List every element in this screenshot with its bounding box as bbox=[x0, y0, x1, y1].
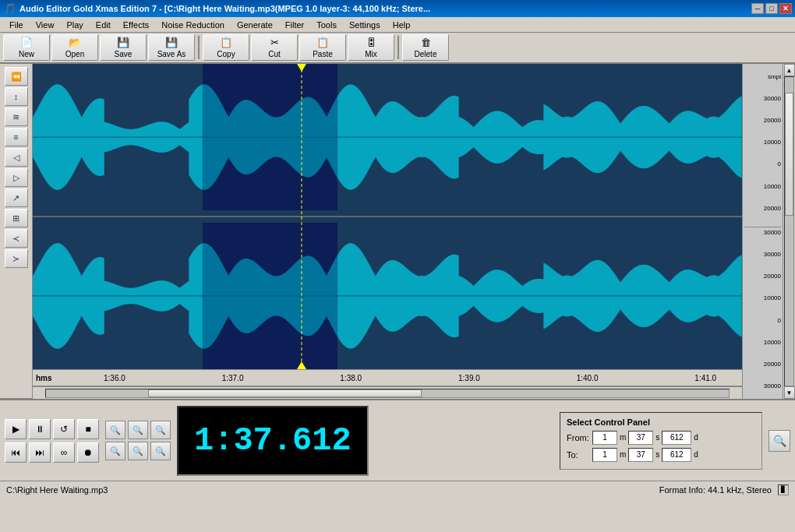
toolbar-btn-delete[interactable]: 🗑Delete bbox=[402, 34, 449, 61]
transport-pause[interactable]: ⏸ bbox=[29, 419, 51, 439]
transport-stop[interactable]: ■ bbox=[77, 419, 99, 439]
amp-10000-2: 10000 bbox=[744, 183, 781, 190]
save-as-icon: 💾 bbox=[165, 37, 178, 48]
menu-item-effects[interactable]: Effects bbox=[117, 19, 155, 31]
from-s-input[interactable] bbox=[628, 431, 653, 445]
transport-loop[interactable]: ↺ bbox=[53, 419, 75, 439]
transport-prev[interactable]: ⏭ bbox=[29, 442, 51, 463]
close-button[interactable]: ✕ bbox=[779, 3, 792, 14]
minimize-button[interactable]: ─ bbox=[751, 3, 764, 14]
time-ruler: hms 1:36.01:37.01:38.01:39.01:40.01:41.0 bbox=[33, 369, 742, 386]
open-icon: 📂 bbox=[69, 37, 81, 48]
toolbar-btn-save-as[interactable]: 💾Save As bbox=[148, 34, 195, 61]
left-tool-tool7[interactable]: ↗ bbox=[5, 188, 28, 207]
menu-item-noise-reduction[interactable]: Noise Reduction bbox=[155, 19, 231, 31]
toolbar-btn-copy[interactable]: 📋Copy bbox=[203, 34, 249, 61]
toolbar-btn-open[interactable]: 📂Open bbox=[51, 34, 98, 61]
zoom-btn-zoom-all[interactable]: 🔍 bbox=[150, 442, 171, 460]
to-m-input[interactable] bbox=[592, 448, 617, 462]
zoom-btn-zoom-in-v[interactable]: 🔍 bbox=[105, 442, 125, 460]
left-tool-tool5[interactable]: ◁ bbox=[5, 148, 28, 167]
to-s-input[interactable] bbox=[628, 448, 653, 462]
toolbar-separator-4 bbox=[198, 36, 200, 59]
left-tool-tool6[interactable]: ▷ bbox=[5, 168, 28, 187]
transport-repeat[interactable]: ∞ bbox=[53, 442, 75, 463]
amp-30000-3: 30000 bbox=[744, 251, 781, 258]
transport-to-start[interactable]: ⏮ bbox=[5, 442, 26, 463]
menu-item-file[interactable]: File bbox=[3, 19, 30, 31]
time-display: 1:37.612 bbox=[177, 406, 369, 476]
toolbar-separator-8 bbox=[398, 36, 399, 59]
status-bar: C:\Right Here Waiting.mp3 Format Info: 4… bbox=[0, 481, 795, 498]
transport-play[interactable]: ▶ bbox=[5, 419, 26, 439]
to-m-label: m bbox=[620, 450, 626, 459]
time-marker-4: 1:40.0 bbox=[577, 374, 599, 382]
left-tool-tool3[interactable]: ≋ bbox=[5, 107, 28, 126]
menu-item-generate[interactable]: Generate bbox=[231, 19, 279, 31]
amp-30000-1: 30000 bbox=[744, 95, 781, 102]
to-label: To: bbox=[567, 450, 590, 460]
save-as-label: Save As bbox=[157, 50, 186, 58]
transport-controls: ▶⏸↺■ ⏮⏭∞⏺ bbox=[5, 419, 99, 463]
toolbar-btn-new[interactable]: 📄New bbox=[3, 34, 50, 61]
to-s-label: s bbox=[655, 450, 659, 459]
app-icon: 🎵 bbox=[3, 2, 16, 15]
status-indicator: ▊ bbox=[778, 484, 789, 495]
zoom-btn-zoom-out-v[interactable]: 🔍 bbox=[128, 442, 148, 460]
menu-item-edit[interactable]: Edit bbox=[90, 19, 117, 31]
new-label: New bbox=[19, 50, 34, 58]
menu-item-view[interactable]: View bbox=[30, 19, 61, 31]
save-icon: 💾 bbox=[117, 37, 129, 48]
left-tool-tool9[interactable]: ≺ bbox=[5, 229, 28, 248]
title-bar-left: 🎵 Audio Editor Gold Xmas Edition 7 - [C:… bbox=[3, 2, 430, 15]
zoom-btn-zoom-fit[interactable]: 🔍 bbox=[150, 421, 171, 439]
menu-item-filter[interactable]: Filter bbox=[279, 19, 310, 31]
title-bar: 🎵 Audio Editor Gold Xmas Edition 7 - [C:… bbox=[0, 0, 795, 17]
status-right: Format Info: 44.1 kHz, Stereo bbox=[659, 485, 772, 495]
paste-icon: 📋 bbox=[316, 37, 329, 48]
time-marker-0: 1:36.0 bbox=[104, 374, 125, 382]
maximize-button[interactable]: □ bbox=[765, 3, 778, 14]
h-scrollbar[interactable] bbox=[33, 386, 742, 399]
zoom-btn-zoom-out-h[interactable]: 🔍 bbox=[128, 421, 148, 439]
select-panel-title: Select Control Panel bbox=[567, 417, 755, 427]
menu-item-play[interactable]: Play bbox=[60, 19, 89, 31]
left-tool-tool8[interactable]: ⊞ bbox=[5, 209, 28, 227]
mix-label: Mix bbox=[365, 50, 377, 58]
menu-item-settings[interactable]: Settings bbox=[343, 19, 387, 31]
toolbar-btn-mix[interactable]: 🎛Mix bbox=[348, 34, 394, 61]
v-scrollbar[interactable]: ▲ ▼ bbox=[783, 64, 795, 399]
from-m-label: m bbox=[620, 433, 626, 442]
left-tool-tool2[interactable]: ↕ bbox=[5, 87, 28, 106]
menu-item-tools[interactable]: Tools bbox=[310, 19, 343, 31]
toolbar-btn-cut[interactable]: ✂Cut bbox=[251, 34, 298, 61]
time-value: 1:37.612 bbox=[194, 422, 352, 460]
menu-item-help[interactable]: Help bbox=[387, 19, 417, 31]
mix-icon: 🎛 bbox=[366, 37, 376, 48]
time-marker-1: 1:37.0 bbox=[222, 374, 244, 382]
time-marker-3: 1:39.0 bbox=[458, 374, 480, 382]
status-left: C:\Right Here Waiting.mp3 bbox=[6, 485, 108, 495]
delete-label: Delete bbox=[415, 50, 437, 58]
time-label-hms: hms bbox=[36, 374, 52, 382]
toolbar-btn-paste[interactable]: 📋Paste bbox=[299, 34, 346, 61]
toolbar-btn-save[interactable]: 💾Save bbox=[100, 34, 147, 61]
from-m-input[interactable] bbox=[592, 431, 617, 445]
magnifier-btn[interactable]: 🔍 bbox=[768, 430, 790, 452]
controls-area: ▶⏸↺■ ⏮⏭∞⏺ 🔍🔍🔍 🔍🔍🔍 1:37.612 Select Contro… bbox=[0, 399, 795, 481]
amp-20000-2: 20000 bbox=[744, 205, 781, 212]
from-ms-input[interactable] bbox=[662, 431, 691, 445]
zoom-btn-zoom-in-h[interactable]: 🔍 bbox=[105, 421, 125, 439]
left-tool-tool1[interactable]: ⏪ bbox=[5, 67, 28, 86]
waveform-canvas bbox=[33, 64, 742, 369]
transport-record[interactable]: ⏺ bbox=[77, 442, 99, 463]
from-row: From: m s d bbox=[567, 431, 755, 445]
amp-20000-3: 20000 bbox=[744, 273, 781, 280]
waveform-area[interactable] bbox=[33, 64, 742, 369]
to-row: To: m s d bbox=[567, 448, 755, 462]
transport-row-2: ⏮⏭∞⏺ bbox=[5, 442, 99, 463]
left-tool-tool10[interactable]: ≻ bbox=[5, 249, 28, 268]
left-tool-tool4[interactable]: ≡ bbox=[5, 128, 28, 146]
zoom-row-1: 🔍🔍🔍 bbox=[105, 421, 171, 439]
to-ms-input[interactable] bbox=[662, 448, 691, 462]
